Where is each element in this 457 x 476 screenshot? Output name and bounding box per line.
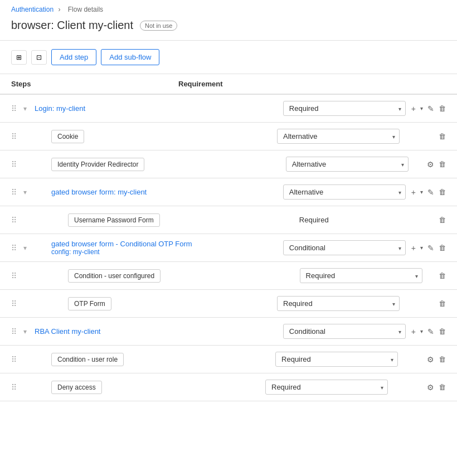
requirement-select[interactable]: RequiredAlternativeConditionalDisabled: [283, 184, 406, 200]
drag-handle-icon[interactable]: ⠿: [11, 188, 20, 197]
delete-icon[interactable]: 🗑: [439, 271, 446, 280]
delete-icon[interactable]: 🗑: [439, 188, 446, 196]
breadcrumb: Authentication › Flow details: [0, 0, 457, 16]
step-multiline-label[interactable]: gated browser form - Conditional OTP For…: [51, 240, 192, 256]
delete-icon[interactable]: 🗑: [439, 104, 446, 113]
drag-handle-icon[interactable]: ⠿: [11, 271, 20, 280]
table-row: ⠿CookieRequiredAlternativeConditionalDis…: [0, 123, 457, 150]
requirement-select[interactable]: RequiredAlternativeConditionalDisabled: [283, 101, 406, 116]
row-actions: 🗑: [439, 299, 446, 308]
requirement-cell: RequiredAlternativeConditionalDisabled▾: [275, 352, 421, 367]
table-header: Steps Requirement: [0, 74, 457, 95]
requirement-select[interactable]: RequiredAlternativeConditionalDisabled: [300, 268, 422, 283]
requirement-cell: RequiredAlternativeConditionalDisabled▾: [283, 101, 406, 116]
toolbar: ⊞ ⊡ Add step Add sub-flow: [0, 41, 457, 74]
edit-icon[interactable]: ✎: [427, 104, 434, 113]
requirement-cell: RequiredAlternativeConditionalDisabled▾: [277, 296, 433, 311]
drag-handle-icon[interactable]: ⠿: [11, 299, 20, 308]
step-box-label: Cookie: [51, 130, 84, 143]
view-toggle-grid[interactable]: ⊞: [11, 50, 27, 65]
drag-handle-icon[interactable]: ⠿: [11, 104, 20, 113]
row-actions: ⚙🗑: [427, 355, 446, 364]
table-row: ⠿▾gated browser form - Conditional OTP F…: [0, 234, 457, 262]
requirement-cell: RequiredAlternativeConditionalDisabled▾: [283, 240, 406, 255]
breadcrumb-separator: ›: [58, 6, 62, 13]
row-actions: ⚙🗑: [427, 160, 446, 169]
add-action-icon[interactable]: +: [411, 188, 416, 197]
requirement-cell: RequiredAlternativeConditionalDisabled▾: [283, 324, 406, 339]
requirement-select[interactable]: RequiredAlternativeConditionalDisabled: [283, 240, 406, 255]
plus-chevron-icon[interactable]: ▾: [420, 189, 423, 195]
drag-handle-icon[interactable]: ⠿: [11, 244, 20, 252]
page-title: browser: Client my-client: [11, 19, 133, 32]
table-row: ⠿▾Login: my-clientRequiredAlternativeCon…: [0, 95, 457, 123]
delete-icon[interactable]: 🗑: [439, 132, 446, 140]
requirement-select[interactable]: RequiredAlternativeConditionalDisabled: [277, 129, 400, 144]
requirement-text: Required: [299, 216, 329, 224]
delete-icon[interactable]: 🗑: [439, 383, 446, 391]
plus-chevron-icon[interactable]: ▾: [420, 105, 423, 111]
delete-icon[interactable]: 🗑: [439, 299, 446, 308]
requirement-cell: RequiredAlternativeConditionalDisabled▾: [286, 157, 421, 172]
step-box-label: Deny access: [51, 381, 102, 394]
breadcrumb-parent[interactable]: Authentication: [11, 6, 54, 13]
step-box-label: Identity Provider Redirector: [51, 158, 144, 171]
drag-handle-icon[interactable]: ⠿: [11, 132, 20, 141]
step-link-label[interactable]: Login: my-client: [35, 104, 156, 113]
edit-icon[interactable]: ✎: [427, 188, 434, 197]
requirement-select[interactable]: RequiredAlternativeConditionalDisabled: [277, 296, 400, 311]
drag-handle-icon[interactable]: ⠿: [11, 160, 20, 169]
add-action-icon[interactable]: +: [411, 327, 416, 336]
chevron-icon[interactable]: ▾: [23, 105, 31, 113]
add-action-icon[interactable]: +: [411, 104, 416, 113]
edit-icon[interactable]: ✎: [427, 244, 434, 252]
breadcrumb-current: Flow details: [68, 6, 103, 13]
requirement-cell: RequiredAlternativeConditionalDisabled▾: [265, 380, 421, 395]
add-step-button[interactable]: Add step: [51, 49, 96, 65]
status-badge: Not in use: [140, 21, 178, 31]
row-actions: +▾✎🗑: [411, 104, 446, 113]
plus-chevron-icon[interactable]: ▾: [420, 245, 423, 251]
drag-handle-icon[interactable]: ⠿: [11, 383, 20, 392]
table-row: ⠿Condition - user configuredRequiredAlte…: [0, 262, 457, 290]
flow-rows-container: ⠿▾Login: my-clientRequiredAlternativeCon…: [0, 95, 457, 401]
table-row: ⠿▾gated browser form: my-clientRequiredA…: [0, 178, 457, 206]
row-actions: ⚙🗑: [427, 383, 446, 392]
row-actions: +▾✎🗑: [411, 188, 446, 197]
drag-handle-icon[interactable]: ⠿: [11, 327, 20, 336]
step-box-label: Condition - user configured: [68, 269, 161, 283]
col-requirement: Requirement: [178, 80, 379, 88]
step-link-label[interactable]: RBA Client my-client: [35, 327, 156, 336]
gear-icon[interactable]: ⚙: [427, 355, 434, 364]
table-row: ⠿OTP FormRequiredAlternativeConditionalD…: [0, 290, 457, 318]
edit-icon[interactable]: ✎: [427, 327, 434, 336]
chevron-icon[interactable]: ▾: [23, 328, 31, 336]
gear-icon[interactable]: ⚙: [427, 383, 434, 392]
requirement-select[interactable]: RequiredAlternativeConditionalDisabled: [275, 352, 398, 367]
step-link-label[interactable]: gated browser form: my-client: [51, 188, 164, 196]
view-toggle-list[interactable]: ⊡: [31, 50, 47, 65]
gear-icon[interactable]: ⚙: [427, 160, 434, 169]
table-row: ⠿Identity Provider RedirectorRequiredAlt…: [0, 150, 457, 178]
drag-handle-icon[interactable]: ⠿: [11, 216, 20, 225]
requirement-cell: RequiredAlternativeConditionalDisabled▾: [283, 184, 406, 200]
drag-handle-icon[interactable]: ⠿: [11, 355, 20, 364]
add-action-icon[interactable]: +: [411, 244, 416, 252]
delete-icon[interactable]: 🗑: [439, 355, 446, 363]
step-box-label: OTP Form: [68, 297, 111, 310]
delete-icon[interactable]: 🗑: [439, 244, 446, 252]
requirement-select[interactable]: RequiredAlternativeConditionalDisabled: [265, 380, 388, 395]
chevron-icon[interactable]: ▾: [23, 244, 31, 252]
delete-icon[interactable]: 🗑: [439, 160, 446, 168]
delete-icon[interactable]: 🗑: [439, 327, 446, 336]
delete-icon[interactable]: 🗑: [439, 216, 446, 224]
requirement-select[interactable]: RequiredAlternativeConditionalDisabled: [286, 157, 409, 172]
row-actions: 🗑: [439, 271, 446, 280]
requirement-select[interactable]: RequiredAlternativeConditionalDisabled: [283, 324, 406, 339]
row-actions: 🗑: [439, 216, 446, 224]
chevron-icon[interactable]: ▾: [23, 188, 31, 196]
page-header: browser: Client my-client Not in use: [0, 16, 457, 41]
add-subflow-button[interactable]: Add sub-flow: [101, 49, 159, 65]
table-row: ⠿▾RBA Client my-clientRequiredAlternativ…: [0, 318, 457, 346]
plus-chevron-icon[interactable]: ▾: [420, 328, 423, 334]
